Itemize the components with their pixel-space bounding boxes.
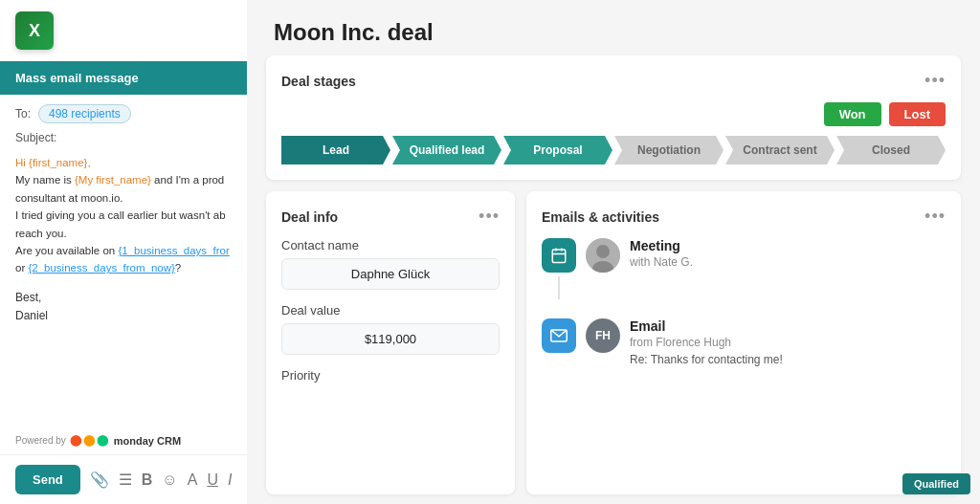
bottom-row: Deal info ••• Contact name Daphne Glück … [266, 191, 961, 494]
deal-stages-menu[interactable]: ••• [924, 71, 946, 91]
page-title-area: Moon Inc. deal [247, 0, 980, 55]
powered-by: Powered by ⬤ ⬤ ⬤ monday CRM [0, 427, 247, 454]
deal-info-header: Deal info ••• [281, 207, 500, 227]
email-signature: Best,Daniel [15, 289, 232, 325]
stage-negotiation[interactable]: Negotiation [614, 136, 724, 164]
send-button[interactable]: Send [15, 465, 80, 494]
deal-value-value: $119,000 [281, 323, 500, 355]
email-type: Email [630, 318, 946, 334]
subject-row: Subject: [15, 131, 232, 144]
email-content: FH Email from Florence Hugh Re: Thanks f… [586, 318, 946, 366]
bold-icon[interactable]: B [142, 471, 153, 489]
email-form: To: 498 recipients Subject: Hi {first_na… [0, 95, 247, 427]
deal-info-card: Deal info ••• Contact name Daphne Glück … [266, 191, 515, 494]
deal-value-label: Deal value [281, 303, 500, 318]
stages-pipeline: Lead Qualified lead Proposal Negotiation… [281, 136, 946, 164]
svg-point-5 [596, 245, 610, 258]
email-subject: Re: Thanks for contacting me! [630, 353, 946, 366]
excel-icon-area: X [0, 0, 247, 61]
qualified-badge: Qualified [902, 473, 970, 494]
florence-avatar: FH [586, 318, 620, 353]
left-panel: X Mass email message To: 498 recipients … [0, 0, 247, 504]
meeting-sub: with Nate G. [630, 255, 946, 269]
recipients-badge: 498 recipients [38, 104, 131, 123]
email-toolbar: Send 📎 ☰ B ☺ A U I [0, 454, 247, 504]
emoji-icon[interactable]: ☺ [162, 471, 177, 489]
deal-info-title: Deal info [281, 209, 338, 225]
priority-label: Priority [281, 368, 500, 383]
to-label: To: [15, 107, 31, 121]
emails-activities-menu[interactable]: ••• [924, 207, 946, 227]
main-content: Deal stages ••• Won Lost Lead Qualified … [247, 55, 980, 504]
meeting-type: Meeting [630, 238, 946, 253]
page-title: Moon Inc. deal [274, 19, 953, 46]
contact-name-label: Contact name [281, 238, 500, 252]
email-sub: from Florence Hugh [630, 336, 946, 349]
deal-stages-card: Deal stages ••• Won Lost Lead Qualified … [266, 55, 961, 180]
nate-avatar [586, 238, 620, 273]
email-text: Email from Florence Hugh Re: Thanks for … [630, 318, 946, 366]
activity-meeting: Meeting with Nate G. [542, 238, 946, 303]
emails-activities-title: Emails & activities [542, 209, 659, 225]
activity-email: FH Email from Florence Hugh Re: Thanks f… [542, 318, 946, 366]
email-body-text: Hi {first_name}, My name is {My first_na… [15, 154, 232, 277]
monday-logo: ⬤ ⬤ ⬤ monday CRM [70, 434, 181, 447]
italic-icon[interactable]: I [228, 471, 232, 489]
stage-qualified-lead[interactable]: Qualified lead [392, 136, 501, 164]
deal-stages-title: Deal stages [281, 74, 356, 89]
underline-icon[interactable]: U [207, 471, 218, 489]
email-icon [542, 318, 576, 353]
won-button[interactable]: Won [824, 102, 881, 126]
deal-info-menu[interactable]: ••• [479, 207, 500, 227]
meeting-text: Meeting with Nate G. [630, 238, 946, 269]
stage-lead[interactable]: Lead [281, 136, 390, 164]
font-color-icon[interactable]: A [188, 471, 198, 489]
stages-controls: Won Lost [281, 102, 946, 126]
deal-stages-header: Deal stages ••• [281, 71, 946, 91]
emails-activities-header: Emails & activities ••• [542, 207, 946, 227]
svg-rect-0 [552, 250, 566, 263]
attachment-icon[interactable]: 📎 [90, 471, 109, 489]
meeting-content: Meeting with Nate G. [586, 238, 946, 273]
stage-contract-sent[interactable]: Contract sent [725, 136, 835, 164]
right-panel: Moon Inc. deal Deal stages ••• Won Lost … [247, 0, 980, 504]
stage-proposal[interactable]: Proposal [503, 136, 612, 164]
excel-icon: X [15, 11, 54, 50]
email-to-row: To: 498 recipients [15, 104, 232, 123]
list-icon[interactable]: ☰ [119, 471, 132, 489]
calendar-icon [542, 238, 576, 273]
stage-closed[interactable]: Closed [836, 136, 946, 164]
contact-name-value: Daphne Glück [281, 258, 500, 290]
mass-email-header: Mass email message [0, 61, 247, 95]
emails-activities-card: Emails & activities ••• [526, 191, 961, 494]
lost-button[interactable]: Lost [889, 102, 946, 126]
